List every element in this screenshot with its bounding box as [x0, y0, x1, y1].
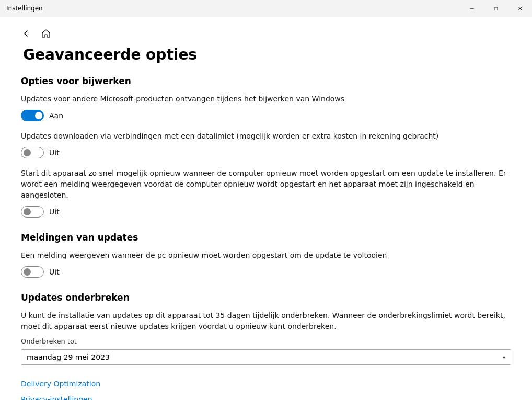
toggle-metered[interactable]	[21, 147, 44, 158]
toggle-restart[interactable]	[21, 206, 44, 218]
section-update-options: Opties voor bijwerken Updates voor ander…	[21, 76, 511, 218]
minimize-button[interactable]: ─	[460, 0, 484, 17]
toggle-notify[interactable]	[21, 266, 44, 278]
back-icon	[23, 30, 29, 37]
home-icon	[42, 29, 50, 38]
close-button[interactable]: ✕	[508, 0, 532, 17]
toggle-row-ms-products: Aan	[21, 110, 511, 121]
description-metered: Updates downloaden via verbindingen met …	[21, 131, 511, 142]
home-button[interactable]	[40, 27, 52, 40]
toggle-row-metered: Uit	[21, 147, 511, 158]
description-ms-products: Updates voor andere Microsoft-producten …	[21, 94, 511, 105]
section-notifications: Meldingen van updates Een melding weerge…	[21, 232, 511, 278]
title-bar: Instellingen ─ □ ✕	[0, 0, 532, 17]
section-title-update-options: Opties voor bijwerken	[21, 76, 511, 86]
description-notify: Een melding weergeven wanneer de pc opni…	[21, 250, 511, 261]
delivery-optimization-link[interactable]: Delivery Optimization	[21, 380, 511, 388]
toggle-row-notify: Uit	[21, 266, 511, 278]
section-title-pause-updates: Updates onderbreken	[21, 292, 511, 303]
nav-header	[21, 27, 511, 40]
app-title: Instellingen	[6, 5, 43, 12]
toggle-ms-products-label: Aan	[49, 111, 63, 120]
back-button[interactable]	[21, 28, 31, 39]
toggle-ms-products[interactable]	[21, 110, 44, 121]
chevron-down-icon: ▾	[503, 355, 505, 360]
maximize-button[interactable]: □	[484, 0, 508, 17]
toggle-restart-label: Uit	[49, 208, 60, 216]
pause-date-dropdown[interactable]: maandag 29 mei 2023 ▾	[21, 349, 511, 365]
links-section: Delivery Optimization Privacy-instelling…	[21, 380, 511, 400]
pause-date-value: maandag 29 mei 2023	[27, 353, 110, 361]
dropdown-label: Onderbreken tot	[21, 337, 511, 345]
toggle-metered-label: Uit	[49, 148, 60, 157]
toggle-notify-label: Uit	[49, 268, 60, 276]
page-title: Geavanceerde opties	[23, 46, 511, 63]
description-pause-updates: U kunt de installatie van updates op dit…	[21, 310, 511, 332]
description-restart: Start dit apparaat zo snel mogelijk opni…	[21, 168, 511, 201]
section-title-notifications: Meldingen van updates	[21, 232, 511, 243]
title-bar-controls: ─ □ ✕	[460, 0, 532, 17]
privacy-settings-link[interactable]: Privacy-instellingen	[21, 395, 511, 400]
title-bar-left: Instellingen	[6, 5, 43, 12]
section-pause-updates: Updates onderbreken U kunt de installati…	[21, 292, 511, 365]
toggle-row-restart: Uit	[21, 206, 511, 218]
content-area: Geavanceerde opties Opties voor bijwerke…	[0, 17, 532, 400]
